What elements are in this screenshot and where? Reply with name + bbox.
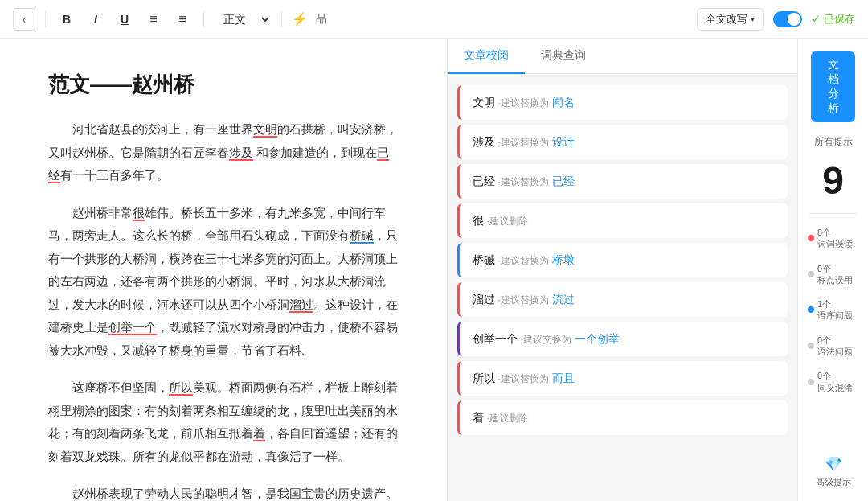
suggestion-label: ·建议替换为 xyxy=(498,137,549,148)
suggestion-replace: 流过 xyxy=(552,293,575,306)
lightning-icon: ⚡ xyxy=(292,11,308,27)
stats-title: 所有提示 xyxy=(814,135,853,149)
suggestion-label: ·建议替换为 xyxy=(498,97,549,109)
paragraph-3: 这座桥不但坚固，所以美观。桥面两侧有石栏，栏板上雕刻着栩里糊涂的图案：有的刻着两… xyxy=(48,376,399,468)
suggestion-label: ·建议替换为 xyxy=(498,294,549,306)
suggestion-replace: 已经 xyxy=(552,175,575,187)
paragraph-4: 赵州桥表现了劳动人民的聪明才智，是我国宝贵的历史遗产。 xyxy=(48,483,399,501)
stat-label-5: 0个同义混淆 xyxy=(817,370,858,393)
stat-row-4: 0个语法问题 xyxy=(805,335,862,358)
gray-dot-3 xyxy=(808,379,814,385)
mode-select[interactable]: 全文改写 ▾ xyxy=(697,8,764,31)
bold-button[interactable]: B xyxy=(55,8,78,31)
suggestion-item[interactable]: 桥磩·建议替换为桥墩 xyxy=(457,243,788,277)
suggestion-replace: 而且 xyxy=(552,372,575,384)
suggestion-item[interactable]: 创举一个·建议交换为一个创举 xyxy=(457,322,788,356)
blue-dot xyxy=(808,306,814,313)
doc-title: 范文——赵州桥 xyxy=(48,71,399,99)
saved-status: ✓ 已保存 xyxy=(812,12,855,27)
toolbar-right: 全文改写 ▾ ✓ 已保存 xyxy=(697,8,855,31)
suggestion-item[interactable]: 文明·建议替换为闻名 xyxy=(457,85,788,120)
para-button[interactable]: ≡ xyxy=(171,8,194,31)
suggestion-replace: 设计 xyxy=(552,135,575,148)
stat-row-5: 0个同义混淆 xyxy=(805,370,862,393)
suggestion-label: ·建议替换为 xyxy=(498,373,549,384)
suggestion-chuangju[interactable]: 创举一个 xyxy=(108,320,157,335)
paragraph-2: 赵州桥非常很雄伟。桥长五十多米，有九米多宽，中间行车马，两旁走人。这么长的桥，全… xyxy=(48,202,399,363)
saved-label: 已保存 xyxy=(824,12,855,27)
suggestion-original: 桥磩 xyxy=(473,253,495,266)
tab-dictionary[interactable]: 词典查询 xyxy=(525,39,602,74)
suggestion-original: 所以 xyxy=(473,372,495,384)
stats-sidebar: 文档分析 所有提示 9 8个词词误读 0个标点误用 1个语序问题 0个语法问题 … xyxy=(797,39,868,501)
suggestion-qiaodun[interactable]: 桥磩 xyxy=(350,228,374,244)
suggestion-zhe[interactable]: 着 xyxy=(253,426,265,441)
editor-area[interactable]: 范文——赵州桥 河北省赵县的洨河上，有一座世界文明的石拱桥，叫安济桥，又叫赵州桥… xyxy=(0,39,448,501)
stats-total-num: 9 xyxy=(822,162,844,200)
tab-article-review[interactable]: 文章校阅 xyxy=(448,39,525,74)
panel-tabs: 文章校阅 词典查询 xyxy=(448,39,798,74)
toolbar: ‹ B I U ≡ ≡ 正文 标题1 标题2 ⚡ 品 全文改写 ▾ ✓ 已保存 xyxy=(0,0,868,39)
red-dot xyxy=(808,235,814,241)
gray-dot-2 xyxy=(808,343,814,349)
toggle-switch[interactable] xyxy=(773,11,802,27)
suggestion-item[interactable]: 已经·建议替换为已经 xyxy=(457,164,788,199)
suggestion-replace: 一个创举 xyxy=(575,332,620,345)
suggestion-item[interactable]: 所以·建议替换为而且 xyxy=(457,361,788,396)
mode-label: 全文改写 xyxy=(706,12,747,27)
toolbar-divider-2 xyxy=(203,11,204,27)
suggestion-wenming[interactable]: 文明 xyxy=(253,122,277,138)
stats-divider xyxy=(809,213,858,214)
suggestion-label: ·建议替换为 xyxy=(498,255,549,266)
advanced-tips-button[interactable]: 💎 高级提示 xyxy=(816,455,851,488)
gem-icon: 💎 xyxy=(825,455,842,473)
suggestion-item[interactable]: 涉及·建议替换为设计 xyxy=(457,125,788,159)
suggestion-yijing[interactable]: 已经 xyxy=(48,146,389,184)
toggle-knob xyxy=(788,13,800,26)
suggestion-original: 已经 xyxy=(473,175,495,187)
stat-row-1: 8个词词误读 xyxy=(805,227,862,250)
toolbar-divider-1 xyxy=(45,11,46,27)
style-select[interactable]: 正文 标题1 标题2 xyxy=(214,10,272,28)
suggestion-hen[interactable]: 很 xyxy=(133,206,145,221)
gray-dot-1 xyxy=(808,271,814,277)
suggestion-label: ·建议删除 xyxy=(487,216,528,227)
doc-analysis-button[interactable]: 文档分析 xyxy=(811,51,855,122)
suggestion-original: 涉及 xyxy=(473,135,495,148)
suggestion-item[interactable]: 溜过·建议替换为流过 xyxy=(457,282,788,317)
stat-label-4: 0个语法问题 xyxy=(817,335,858,358)
suggestion-label: ·建议交换为 xyxy=(521,334,571,345)
stat-row-3: 1个语序问题 xyxy=(805,298,862,322)
suggestion-sheji[interactable]: 涉及 xyxy=(229,146,253,161)
advanced-label: 高级提示 xyxy=(816,476,851,488)
suggestions-panel: 文章校阅 词典查询 文明·建议替换为闻名涉及·建议替换为设计已经·建议替换为已经… xyxy=(448,39,798,501)
stat-label-2: 0个标点误用 xyxy=(817,263,858,286)
suggestion-original: 很 xyxy=(473,214,484,227)
underline-button[interactable]: U xyxy=(113,8,136,31)
stat-row-2: 0个标点误用 xyxy=(805,263,862,286)
layout-icon: 品 xyxy=(316,12,327,27)
suggestion-original: 创举一个 xyxy=(473,332,518,345)
toolbar-divider-3 xyxy=(281,11,282,27)
suggestion-replace: 桥墩 xyxy=(552,253,575,266)
suggestion-original: 着 xyxy=(473,411,484,424)
suggestions-list: 文明·建议替换为闻名涉及·建议替换为设计已经·建议替换为已经很·建议删除桥磩·建… xyxy=(448,74,798,501)
back-icon: ‹ xyxy=(23,13,27,26)
suggestion-label: ·建议替换为 xyxy=(498,176,549,187)
paragraph-1: 河北省赵县的洨河上，有一座世界文明的石拱桥，叫安济桥，又叫赵州桥。它是隋朝的石匠… xyxy=(48,118,399,187)
back-button[interactable]: ‹ xyxy=(13,8,35,31)
italic-button[interactable]: I xyxy=(84,8,107,31)
suggestion-replace: 闻名 xyxy=(552,96,575,109)
suggestion-suoyi[interactable]: 所以 xyxy=(169,380,193,396)
mode-chevron-icon: ▾ xyxy=(751,14,755,23)
suggestion-original: 溜过 xyxy=(473,293,495,306)
suggestion-item[interactable]: 着·建议删除 xyxy=(457,400,788,435)
main-area: 范文——赵州桥 河北省赵县的洨河上，有一座世界文明的石拱桥，叫安济桥，又叫赵州桥… xyxy=(0,39,868,501)
stat-label-1: 8个词词误读 xyxy=(817,227,858,250)
suggestion-original: 文明 xyxy=(473,96,495,109)
check-icon: ✓ xyxy=(812,13,821,25)
list-button[interactable]: ≡ xyxy=(142,8,165,31)
suggestion-label: ·建议删除 xyxy=(487,413,528,424)
suggestion-liuguo[interactable]: 溜过 xyxy=(289,298,313,313)
suggestion-item[interactable]: 很·建议删除 xyxy=(457,203,788,238)
